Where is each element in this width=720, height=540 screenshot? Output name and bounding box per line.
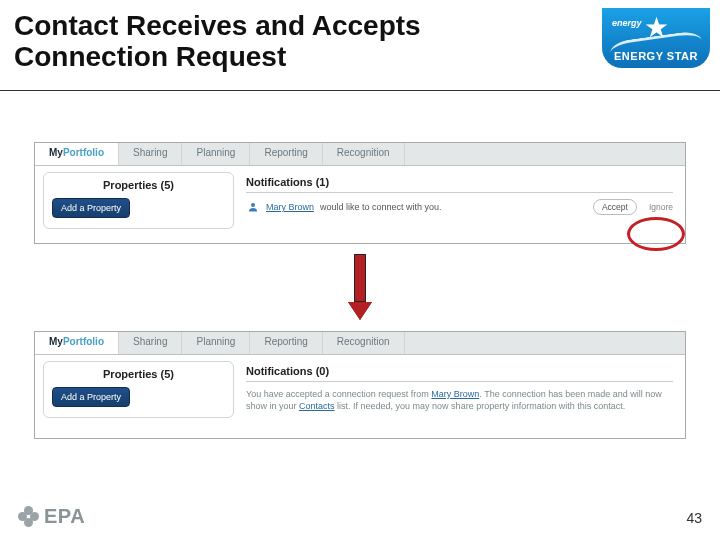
tab-myportfolio-port: Portfolio <box>63 147 104 158</box>
energy-word: energy <box>612 18 642 28</box>
tab-planning[interactable]: Planning <box>182 332 250 354</box>
down-arrow-icon <box>350 254 370 318</box>
svg-point-0 <box>251 203 255 207</box>
tab-myportfolio-port: Portfolio <box>63 336 104 347</box>
properties-heading: Properties (5) <box>52 368 225 380</box>
tab-recognition[interactable]: Recognition <box>323 332 405 354</box>
notification-text: would like to connect with you. <box>320 202 442 212</box>
notifications-panel: Notifications (1) Mary Brown would like … <box>242 172 677 215</box>
ignore-button[interactable]: Ignore <box>649 202 673 212</box>
contacts-link[interactable]: Contacts <box>299 401 335 411</box>
screenshot-after: MyPortfolio Sharing Planning Reporting R… <box>34 331 686 439</box>
tab-recognition[interactable]: Recognition <box>323 143 405 165</box>
title-divider <box>0 90 720 91</box>
msg-part-a: You have accepted a connection request f… <box>246 389 431 399</box>
msg-part-c: list. If needed, you may now share prope… <box>335 401 626 411</box>
tab-reporting[interactable]: Reporting <box>250 332 322 354</box>
properties-panel: Properties (5) Add a Property <box>43 361 234 418</box>
tab-bar: MyPortfolio Sharing Planning Reporting R… <box>35 332 685 355</box>
notifications-heading: Notifications (1) <box>246 176 673 193</box>
energy-star-text: ENERGY STAR <box>602 50 710 62</box>
notification-user-link[interactable]: Mary Brown <box>431 389 479 399</box>
tab-myportfolio-my: My <box>49 336 63 347</box>
notification-message: You have accepted a connection request f… <box>246 388 673 412</box>
epa-flower-icon <box>18 506 40 528</box>
tab-myportfolio[interactable]: MyPortfolio <box>35 332 119 354</box>
energy-star-logo: energy ★ ENERGY STAR <box>602 8 710 82</box>
slide-title: Contact Receives and Accepts Connection … <box>14 10 554 73</box>
epa-logo: EPA <box>18 505 85 528</box>
tab-bar: MyPortfolio Sharing Planning Reporting R… <box>35 143 685 166</box>
properties-panel: Properties (5) Add a Property <box>43 172 234 229</box>
tab-sharing[interactable]: Sharing <box>119 143 182 165</box>
tab-planning[interactable]: Planning <box>182 143 250 165</box>
add-property-button[interactable]: Add a Property <box>52 198 130 218</box>
tab-sharing[interactable]: Sharing <box>119 332 182 354</box>
properties-heading: Properties (5) <box>52 179 225 191</box>
accept-button[interactable]: Accept <box>593 199 637 215</box>
notification-row: Mary Brown would like to connect with yo… <box>246 199 673 215</box>
person-icon <box>246 200 260 214</box>
page-number: 43 <box>686 510 702 526</box>
tab-myportfolio-my: My <box>49 147 63 158</box>
notification-user-link[interactable]: Mary Brown <box>266 202 314 212</box>
tab-myportfolio[interactable]: MyPortfolio <box>35 143 119 165</box>
epa-text: EPA <box>44 505 85 528</box>
notifications-panel: Notifications (0) You have accepted a co… <box>242 361 677 412</box>
tab-reporting[interactable]: Reporting <box>250 143 322 165</box>
screenshot-before: MyPortfolio Sharing Planning Reporting R… <box>34 142 686 244</box>
notifications-heading: Notifications (0) <box>246 365 673 382</box>
add-property-button[interactable]: Add a Property <box>52 387 130 407</box>
